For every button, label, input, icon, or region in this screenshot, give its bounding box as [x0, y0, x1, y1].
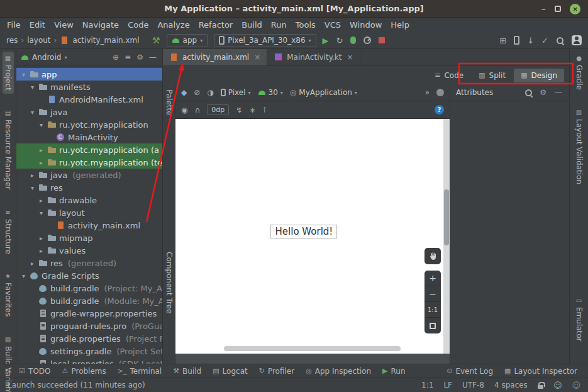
toolwindow-button-terminal[interactable]: >_Terminal	[112, 364, 167, 378]
tool-button-resource-manager[interactable]: ▤Resource Manager	[3, 106, 14, 193]
blueprint-icon[interactable]: ⊘	[194, 89, 200, 96]
tree-item-drawable[interactable]: ▸drawable	[16, 194, 162, 206]
tree-item-gradle-properties[interactable]: gradle.properties(Project Pr	[16, 332, 162, 345]
notifications-icon[interactable]: ☺	[553, 381, 562, 390]
overflow-icon[interactable]: »	[425, 89, 430, 96]
build-hammer-icon[interactable]: ⚒	[152, 36, 160, 45]
infer-constraints-icon[interactable]: ∗	[249, 106, 255, 114]
tree-item-values[interactable]: ▸values	[16, 244, 162, 257]
toolwindow-button-profiler[interactable]: ↻Profiler	[253, 364, 300, 378]
device-screen[interactable]: Hello World!	[175, 119, 443, 354]
vertical-scrollbar-track[interactable]	[443, 119, 450, 354]
toolwindow-button-problems[interactable]: ⚠Problems	[57, 364, 112, 378]
tree-item-res[interactable]: ▾res	[16, 181, 162, 194]
menu-code[interactable]: Code	[123, 18, 153, 32]
theme-menu[interactable]: ◎ MyApplication ▾	[290, 88, 357, 97]
api-version-menu[interactable]: 30 ▾	[258, 88, 283, 97]
search-icon[interactable]	[524, 89, 533, 97]
toolwindow-button-logcat[interactable]: ▤Logcat	[207, 364, 253, 378]
chevron-down-icon[interactable]: ▾	[20, 71, 27, 78]
chevron-down-icon[interactable]: ▾	[29, 184, 36, 191]
menu-window[interactable]: Window	[345, 18, 386, 32]
tree-item-mainactivity[interactable]: MainActivity	[16, 131, 162, 143]
tree-item-build-gradle[interactable]: build.gradle(Module: My_Ap	[16, 294, 162, 307]
tool-button-project[interactable]: ▦Project	[3, 52, 14, 94]
tree-item-gradle-scripts[interactable]: ▾Gradle Scripts	[16, 269, 162, 282]
pan-button[interactable]	[424, 248, 441, 264]
tree-item-gradle-wrapper-properties[interactable]: gradle-wrapper.properties(	[16, 307, 162, 320]
tree-item-activity-main-xml[interactable]: activity_main.xml	[16, 219, 162, 232]
stop-button[interactable]	[379, 37, 385, 43]
menu-vcs[interactable]: VCS	[320, 18, 345, 32]
tool-button-layout-validation[interactable]: ▥Layout Validation	[574, 106, 585, 188]
tree-item-androidmanifest-xml[interactable]: AndroidManifest.xml	[16, 93, 162, 106]
collapse-all-icon[interactable]: ≡	[123, 53, 132, 62]
sdk-manager-icon[interactable]: ↓	[527, 36, 534, 45]
zoom-ratio-button[interactable]: 1:1	[424, 302, 441, 318]
maximize-button[interactable]	[555, 6, 561, 12]
chevron-down-icon[interactable]: ▾	[29, 109, 36, 116]
commit-icon[interactable]: ✓	[541, 36, 548, 45]
settings-icon[interactable]: ⚙	[135, 53, 145, 62]
tree-item-java[interactable]: ▾java	[16, 106, 162, 118]
breadcrumb-layout[interactable]: layout	[27, 36, 50, 45]
chevron-down-icon[interactable]: ▾	[38, 210, 45, 216]
profile-button[interactable]	[363, 36, 371, 44]
align-icon[interactable]: ⊺	[262, 106, 266, 114]
menu-build[interactable]: Build	[237, 18, 267, 32]
debug-button[interactable]	[350, 36, 356, 44]
toolwindow-button-run[interactable]: ▶Run	[377, 364, 411, 378]
chevron-right-icon[interactable]: ▸	[38, 247, 45, 254]
tool-button-favorites[interactable]: ★Favorites	[3, 269, 14, 320]
zoom-to-fit-button[interactable]	[424, 318, 441, 333]
caret-position[interactable]: 1:1	[421, 381, 433, 389]
indent-setting[interactable]: 4 spaces	[494, 381, 528, 389]
editor-tab-activity-main-xml[interactable]: activity_main.xml×	[163, 49, 267, 65]
tree-item-mipmap[interactable]: ▸mipmap	[16, 232, 162, 244]
chevron-down-icon[interactable]: ▾	[20, 272, 27, 279]
run-config-selector[interactable]: app ▾	[167, 34, 208, 47]
tool-button-palette[interactable]: Palette	[165, 88, 174, 117]
autoconnect-icon[interactable]: ∩	[194, 106, 200, 114]
profile-avatar[interactable]	[572, 35, 582, 45]
chevron-right-icon[interactable]: ▸	[29, 172, 36, 179]
toolwindow-button-layout-inspector[interactable]: ▦Layout Inspector	[499, 364, 583, 378]
tree-item-ru-yotc-myapplication-a[interactable]: ▸ru.yotc.myapplication (a	[16, 143, 162, 156]
breadcrumb-res[interactable]: res	[6, 36, 18, 45]
device-file-explorer-icon[interactable]	[514, 36, 519, 45]
view-options-icon[interactable]: ◉	[181, 106, 187, 114]
hide-panel-icon[interactable]: —	[553, 88, 563, 97]
chevron-right-icon[interactable]: ▸	[29, 260, 36, 267]
chevron-right-icon[interactable]: ▸	[38, 147, 45, 154]
vertical-scrollbar-thumb[interactable]	[444, 189, 449, 246]
file-encoding[interactable]: UTF-8	[462, 381, 484, 389]
menu-navigate[interactable]: Navigate	[78, 18, 123, 32]
issue-panel-icon[interactable]	[436, 89, 444, 96]
device-menu[interactable]: Pixel ▾	[221, 88, 251, 97]
toolwindow-button-app-inspection[interactable]: ◎App Inspection	[300, 364, 377, 378]
hide-panel-icon[interactable]: —	[148, 53, 158, 62]
tree-item-local-properties[interactable]: local.properties(SDK Locati	[16, 357, 162, 364]
chevron-down-icon[interactable]: ▾	[38, 121, 45, 128]
mode-button-code[interactable]: ≡Code	[428, 69, 470, 82]
design-surface-icon[interactable]: ◆	[181, 89, 187, 96]
tool-button-emulator[interactable]: ▭Emulator	[574, 294, 585, 345]
close-button[interactable]: ×	[570, 4, 580, 14]
hello-world-textview[interactable]: Hello World!	[271, 225, 338, 238]
close-tab-icon[interactable]: ×	[347, 53, 353, 62]
tool-button-structure[interactable]: ≡Structure	[3, 206, 14, 257]
minimize-button[interactable]: –	[541, 6, 546, 12]
tool-button-gradle[interactable]: ●Gradle	[574, 52, 585, 93]
horizontal-scrollbar[interactable]	[224, 346, 401, 351]
toolwindow-button-todo[interactable]: ☑TODO	[13, 364, 56, 378]
editor-tab-mainactivity-kt[interactable]: MainActivity.kt×	[267, 49, 360, 65]
tree-item-settings-gradle[interactable]: settings.gradle(Project Setti	[16, 345, 162, 357]
menu-analyze[interactable]: Analyze	[153, 18, 194, 32]
line-separator[interactable]: LF	[443, 381, 452, 389]
feedback-icon[interactable]: ☺	[572, 381, 580, 390]
close-tab-icon[interactable]: ×	[254, 53, 260, 62]
menu-refactor[interactable]: Refactor	[194, 18, 238, 32]
zoom-out-button[interactable]: −	[424, 286, 441, 302]
toolwindow-button-build[interactable]: ⚒Build	[167, 364, 207, 378]
default-margin-selector[interactable]: 0dp	[207, 104, 229, 115]
